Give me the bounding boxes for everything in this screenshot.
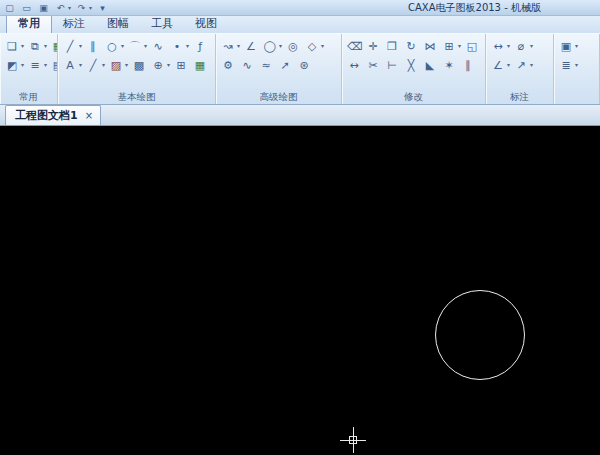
block-icon-wrap: ▣▾ <box>558 38 578 54</box>
save-file-icon-wrap: ▣ <box>37 1 50 14</box>
block-icon[interactable]: ▣ <box>558 38 574 54</box>
explode-icon[interactable]: ✶ <box>441 57 457 73</box>
ribbon-tab-标注[interactable]: 标注 <box>52 15 96 33</box>
document-tab[interactable]: 工程图文档1× <box>5 105 101 125</box>
line-type-icon[interactable]: ≡ <box>27 57 43 73</box>
ribbon-tab-图幅[interactable]: 图幅 <box>96 15 140 33</box>
circle-dropdown-icon[interactable]: ▾ <box>121 42 124 49</box>
sketch-line-icon[interactable]: ╱ <box>85 57 101 73</box>
fill-icon[interactable]: ▩ <box>131 57 147 73</box>
offset-icon[interactable]: ∥ <box>460 57 476 73</box>
ribbon-tab-视图[interactable]: 视图 <box>184 15 228 33</box>
array-dropdown-icon[interactable]: ▾ <box>458 42 461 49</box>
center-line-dropdown-icon[interactable]: ▾ <box>167 61 170 68</box>
double-fold-line-icon[interactable]: ≈ <box>258 57 274 73</box>
text-icon[interactable]: A <box>62 57 78 73</box>
drawn-circle[interactable] <box>435 290 525 380</box>
leader-dropdown-icon[interactable]: ▾ <box>530 61 533 68</box>
profile-icon[interactable]: ⊛ <box>296 57 312 73</box>
mirror-icon-wrap: ⋈ <box>422 38 438 54</box>
rotate-icon[interactable]: ↻ <box>403 38 419 54</box>
circle-icon[interactable]: ○ <box>104 38 120 54</box>
arrow-icon[interactable]: ➚ <box>277 57 293 73</box>
arc-icon[interactable]: ⌒ <box>127 38 143 54</box>
text-dropdown-icon[interactable]: ▾ <box>79 61 82 68</box>
point-dropdown-icon[interactable]: ▾ <box>186 42 189 49</box>
close-icon[interactable]: × <box>85 111 93 121</box>
stretch-icon[interactable]: ↔ <box>346 57 362 73</box>
undo-icon[interactable]: ↶ <box>54 1 67 14</box>
scale-icon[interactable]: ◱ <box>464 38 480 54</box>
table-icon[interactable]: ⊞ <box>173 57 189 73</box>
mirror-icon[interactable]: ⋈ <box>422 38 438 54</box>
parallel-line-icon[interactable]: ∥ <box>85 38 101 54</box>
trim-icon[interactable]: ✂ <box>365 57 381 73</box>
angle-dimension-icon[interactable]: ∠ <box>490 57 506 73</box>
ribbon-tab-工具[interactable]: 工具 <box>140 15 184 33</box>
arc-dropdown-icon[interactable]: ▾ <box>144 42 147 49</box>
scale-icon-wrap: ◱ <box>464 38 480 54</box>
undo-dropdown-icon[interactable]: ▾ <box>68 4 71 11</box>
polyline-dropdown-icon[interactable]: ▾ <box>237 42 240 49</box>
polyline-icon[interactable]: ↝ <box>220 38 236 54</box>
move-icon[interactable]: ✛ <box>365 38 381 54</box>
angle-dimension-dropdown-icon[interactable]: ▾ <box>507 61 510 68</box>
color-style-icon[interactable]: ◩ <box>4 57 20 73</box>
polygon-dropdown-icon[interactable]: ▾ <box>321 42 324 49</box>
image-icon[interactable]: ▦ <box>192 57 208 73</box>
redo-dropdown-icon[interactable]: ▾ <box>89 4 92 11</box>
save-file-icon[interactable]: ▣ <box>37 1 50 14</box>
wave-line-icon[interactable]: ∿ <box>239 57 255 73</box>
drawing-canvas[interactable] <box>0 126 600 455</box>
break-icon[interactable]: ╳ <box>403 57 419 73</box>
ellipse-icon-wrap: ◯▾ <box>262 38 282 54</box>
paste-dropdown-icon[interactable]: ▾ <box>21 42 24 49</box>
linear-dimension-icon[interactable]: ↔ <box>490 38 506 54</box>
ellipse-dropdown-icon[interactable]: ▾ <box>279 42 282 49</box>
pick-filter-icon[interactable]: ▦ <box>50 38 58 54</box>
copy-icon[interactable]: ⧉ <box>27 38 43 54</box>
redo-icon[interactable]: ↷ <box>75 1 88 14</box>
explode-icon-wrap: ✶ <box>441 57 457 73</box>
spline-icon[interactable]: ∿ <box>150 38 166 54</box>
layer-icon[interactable]: ▤ <box>50 57 58 73</box>
center-line-icon[interactable]: ⊕ <box>150 57 166 73</box>
offset-icon-wrap: ∥ <box>460 57 476 73</box>
copy-dropdown-icon[interactable]: ▾ <box>44 42 47 49</box>
formula-curve-icon[interactable]: ƒ <box>192 38 208 54</box>
ribbon-tab-常用[interactable]: 常用 <box>6 14 52 33</box>
line-style-dropdown-icon[interactable]: ▾ <box>575 61 578 68</box>
chamfer-icon[interactable]: ◣ <box>422 57 438 73</box>
gear-icon[interactable]: ⚙ <box>220 57 236 73</box>
sketch-line-dropdown-icon[interactable]: ▾ <box>102 61 105 68</box>
line-icon[interactable]: ╱ <box>62 38 78 54</box>
point-icon[interactable]: • <box>169 38 185 54</box>
diameter-dimension-icon[interactable]: ⌀ <box>513 38 529 54</box>
linear-dimension-dropdown-icon[interactable]: ▾ <box>507 42 510 49</box>
leader-icon[interactable]: ↗ <box>513 57 529 73</box>
copy-entity-icon[interactable]: ❐ <box>384 38 400 54</box>
customize-quick-access-icon[interactable]: ▾ <box>96 1 109 14</box>
erase-icon[interactable]: ⌫ <box>346 38 362 54</box>
diameter-dimension-dropdown-icon[interactable]: ▾ <box>530 42 533 49</box>
ellipse-icon[interactable]: ◯ <box>262 38 278 54</box>
paste-icon[interactable]: ❏ <box>4 38 20 54</box>
extend-icon[interactable]: ⊢ <box>384 57 400 73</box>
block-dropdown-icon[interactable]: ▾ <box>575 42 578 49</box>
color-style-dropdown-icon[interactable]: ▾ <box>21 61 24 68</box>
angle-line-icon[interactable]: ∠ <box>243 38 259 54</box>
polyline-icon-wrap: ↝▾ <box>220 38 240 54</box>
text-icon-wrap: A▾ <box>62 57 82 73</box>
line-style-icon[interactable]: ≣ <box>558 57 574 73</box>
hatch-icon[interactable]: ▨ <box>108 57 124 73</box>
hatch-dropdown-icon[interactable]: ▾ <box>125 61 128 68</box>
line-dropdown-icon[interactable]: ▾ <box>79 42 82 49</box>
open-file-icon[interactable]: ▭ <box>20 1 33 14</box>
hole-shaft-icon[interactable]: ◎ <box>285 38 301 54</box>
new-file-icon[interactable]: ▢ <box>3 1 16 14</box>
profile-icon-wrap: ⊛ <box>296 57 312 73</box>
polygon-icon[interactable]: ◇ <box>304 38 320 54</box>
point-icon-wrap: •▾ <box>169 38 189 54</box>
line-type-dropdown-icon[interactable]: ▾ <box>44 61 47 68</box>
array-icon[interactable]: ⊞ <box>441 38 457 54</box>
